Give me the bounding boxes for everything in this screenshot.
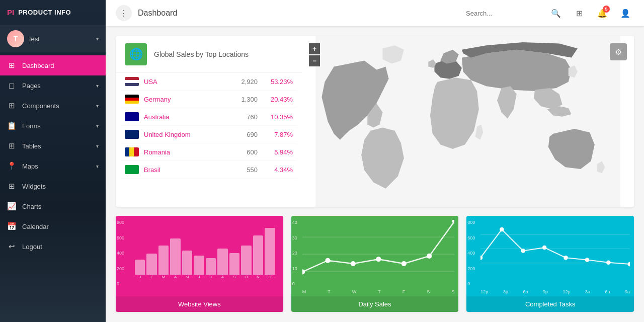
sidebar-item-tables[interactable]: ⊞ Tables ▾ — [0, 136, 106, 156]
country-row: Australia76010.35% — [121, 108, 297, 126]
sidebar-nav: ⊞ Dashboard ◻ Pages ▾ ⊞ Components ▾ 📋 F… — [0, 52, 106, 322]
logout-icon: ↩ — [7, 242, 16, 251]
country-value: 2,920 — [227, 78, 258, 86]
map-zoom-in-button[interactable]: + — [309, 43, 320, 54]
user-icon: 👤 — [620, 9, 630, 18]
bar-label: A — [221, 275, 224, 279]
app-abbr: PI — [7, 8, 14, 17]
svg-point-14 — [480, 256, 482, 260]
bar — [206, 258, 216, 275]
bar — [241, 246, 251, 275]
x-label: 9p — [543, 289, 548, 294]
maps-arrow-icon: ▾ — [96, 164, 99, 169]
svg-point-9 — [427, 254, 432, 259]
charts-icon: 📈 — [7, 202, 16, 211]
nav-label-logout: Logout — [22, 243, 99, 251]
website-views-label: Website Views — [116, 296, 283, 312]
y-label: 200 — [117, 266, 124, 271]
sidebar-item-components[interactable]: ⊞ Components ▾ — [0, 96, 106, 116]
search-button[interactable]: 🔍 — [547, 5, 565, 22]
bar-label: M — [162, 275, 166, 279]
bar — [265, 228, 275, 275]
nav-label-maps: Maps — [22, 163, 90, 170]
line-chart-svg — [302, 220, 455, 290]
sidebar-item-maps[interactable]: 📍 Maps ▾ — [0, 156, 106, 176]
y-label: 400 — [467, 251, 475, 256]
content-area: 🌐 Global Sales by Top Locations USA2,920… — [106, 26, 644, 322]
completed-tasks-label: Completed Tasks — [466, 296, 634, 312]
country-value: 690 — [227, 131, 258, 138]
sidebar-item-logout[interactable]: ↩ Logout — [0, 236, 106, 257]
website-views-card: 800 600 400 200 0 J F — [116, 216, 283, 312]
y-label: 600 — [467, 235, 475, 240]
notifications-button[interactable]: 🔔 5 — [594, 5, 611, 22]
nav-label-dashboard: Dashboard — [22, 62, 99, 69]
bar-label: J — [139, 275, 141, 279]
map-controls: + − — [309, 43, 320, 66]
bar-label: N — [257, 275, 260, 279]
sidebar-item-pages[interactable]: ◻ Pages ▾ — [0, 75, 106, 96]
main-content: ⋮ Dashboard 🔍 ⊞ 🔔 5 👤 🌐 Global Sales by … — [106, 0, 644, 322]
y-label: 200 — [467, 266, 475, 271]
x-label: M — [302, 289, 306, 294]
y-label: 800 — [467, 220, 475, 225]
y-label: 40 — [292, 220, 297, 225]
grid-view-button[interactable]: ⊞ — [571, 5, 588, 22]
components-icon: ⊞ — [7, 101, 16, 110]
pages-icon: ◻ — [7, 81, 16, 90]
search-input[interactable] — [466, 10, 541, 17]
country-pct: 20.43% — [263, 96, 293, 103]
user-profile[interactable]: T test ▾ — [0, 25, 106, 52]
calendar-icon: 📅 — [7, 222, 16, 231]
svg-point-6 — [351, 261, 356, 266]
sidebar-item-dashboard[interactable]: ⊞ Dashboard — [0, 55, 106, 75]
svg-point-16 — [521, 249, 525, 253]
gear-icon: ⚙ — [615, 47, 622, 57]
user-menu-button[interactable]: 👤 — [617, 5, 634, 22]
daily-sales-label: Daily Sales — [291, 296, 459, 312]
settings-button[interactable]: ⚙ — [610, 43, 627, 60]
x-label: 6p — [523, 289, 528, 294]
x-label: S — [427, 289, 430, 294]
bar — [146, 254, 156, 275]
nav-label-widgets: Widgets — [22, 183, 99, 190]
country-row: USA2,92053.23% — [121, 73, 297, 91]
world-map-svg — [302, 36, 634, 207]
sidebar-item-calendar[interactable]: 📅 Calendar — [0, 216, 106, 236]
globe-icon: 🌐 — [125, 43, 147, 65]
country-pct: 7.87% — [263, 131, 293, 138]
country-value: 760 — [227, 113, 258, 121]
bar — [229, 253, 239, 275]
x-label: 12p — [562, 289, 570, 294]
sidebar: PI PRODUCT INFO T test ▾ ⊞ Dashboard ◻ P… — [0, 0, 106, 322]
search-icon: 🔍 — [551, 9, 561, 18]
x-label: 3a — [585, 289, 590, 294]
charts-row: 800 600 400 200 0 J F — [116, 216, 634, 312]
y-label: 0 — [292, 281, 297, 286]
completed-tasks-chart: 800 600 400 200 0 — [466, 216, 634, 296]
country-flag — [125, 165, 139, 174]
daily-sales-chart: 40 30 20 10 0 — [291, 216, 459, 296]
country-name: United Kingdom — [144, 131, 222, 138]
menu-button[interactable]: ⋮ — [116, 5, 132, 21]
country-value: 1,300 — [227, 96, 258, 103]
notification-badge: 5 — [603, 6, 610, 13]
country-pct: 10.35% — [263, 113, 293, 121]
country-name: Brasil — [144, 166, 222, 174]
sidebar-item-charts[interactable]: 📈 Charts — [0, 196, 106, 216]
country-table: USA2,92053.23%Germany1,30020.43%Australi… — [116, 73, 302, 179]
svg-point-7 — [376, 257, 381, 262]
country-flag — [125, 147, 139, 156]
forms-icon: 📋 — [7, 121, 16, 130]
sidebar-item-widgets[interactable]: ⊞ Widgets — [0, 176, 106, 196]
map-zoom-out-button[interactable]: − — [309, 55, 320, 66]
avatar: T — [7, 30, 24, 47]
country-name: Australia — [144, 113, 222, 121]
y-label: 0 — [117, 281, 124, 286]
pages-arrow-icon: ▾ — [96, 83, 99, 89]
sidebar-item-forms[interactable]: 📋 Forms ▾ — [0, 116, 106, 136]
bar — [182, 251, 192, 275]
dashboard-icon: ⊞ — [7, 61, 16, 70]
svg-point-15 — [500, 227, 504, 231]
bar — [194, 256, 204, 275]
